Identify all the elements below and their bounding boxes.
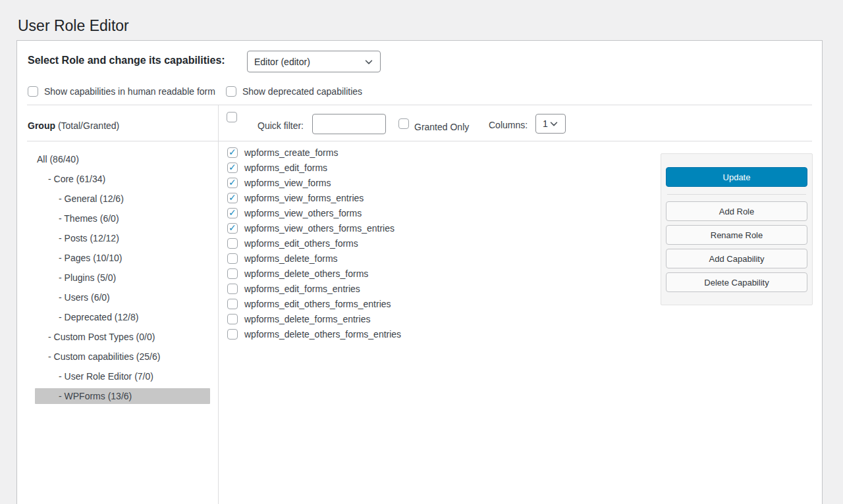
capability-checkbox[interactable] — [227, 163, 238, 173]
human-readable-checkbox[interactable] — [28, 86, 38, 97]
separator — [667, 194, 806, 195]
capability-checkbox[interactable] — [227, 299, 238, 309]
group-tree-item[interactable]: - Pages (10/10) — [35, 248, 210, 268]
capability-row: wpforms_view_forms — [227, 175, 401, 190]
capability-checkbox[interactable] — [227, 147, 238, 158]
group-tree-item[interactable]: - WPForms (13/6) — [35, 388, 210, 404]
role-select[interactable]: Editor (editor) — [247, 51, 381, 72]
group-tree-item[interactable]: - General (12/6) — [35, 189, 210, 209]
page-title: User Role Editor — [18, 17, 129, 35]
capability-checkbox[interactable] — [227, 253, 238, 264]
group-tree-item[interactable]: - Custom Post Types (0/0) — [35, 327, 210, 347]
group-header: Group (Total/Granted) — [28, 120, 119, 131]
capability-row: wpforms_edit_forms — [227, 160, 401, 175]
columns-select[interactable]: 1 — [535, 114, 566, 134]
capability-row: wpforms_view_others_forms — [227, 205, 401, 220]
human-readable-label: Show capabilities in human readable form — [44, 86, 215, 97]
capability-label: wpforms_view_forms — [244, 178, 331, 188]
chevron-down-icon — [364, 57, 373, 66]
group-tree-item[interactable]: - Themes (6/0) — [35, 209, 210, 228]
granted-only-label: Granted Only — [414, 122, 469, 132]
capability-checkbox[interactable] — [227, 208, 238, 218]
rename-role-button[interactable]: Rename Role — [666, 225, 807, 245]
granted-only-checkbox[interactable] — [398, 118, 409, 129]
capability-checkbox[interactable] — [227, 268, 238, 279]
options-row: Show capabilities in human readable form… — [28, 86, 362, 97]
select-role-label: Select Role and change its capabilities: — [28, 55, 225, 66]
quick-filter-input[interactable] — [312, 114, 386, 134]
capability-label: wpforms_view_others_forms — [244, 208, 362, 218]
deprecated-checkbox[interactable] — [226, 86, 236, 97]
capability-row: wpforms_view_forms_entries — [227, 190, 401, 205]
capability-row: wpforms_delete_forms_entries — [227, 311, 401, 326]
deprecated-label: Show deprecated capabilities — [242, 86, 362, 97]
capability-checkbox[interactable] — [227, 329, 238, 340]
capability-label: wpforms_delete_others_forms — [244, 268, 368, 279]
capability-label: wpforms_edit_others_forms_entries — [244, 299, 391, 309]
capability-checkbox[interactable] — [227, 238, 238, 249]
capability-row: wpforms_create_forms — [227, 145, 401, 160]
role-select-value: Editor (editor) — [254, 57, 310, 67]
group-tree-item[interactable]: - Plugins (5/0) — [35, 268, 210, 288]
capability-label: wpforms_create_forms — [244, 147, 338, 158]
actions-card: Update Add Role Rename Role Add Capabili… — [661, 153, 813, 305]
quick-filter-label: Quick filter: — [258, 120, 304, 131]
capability-row: wpforms_edit_others_forms — [227, 236, 401, 251]
capability-checkbox[interactable] — [227, 314, 238, 324]
group-tree-item[interactable]: - Core (61/34) — [35, 169, 210, 189]
capability-label: wpforms_edit_forms_entries — [244, 284, 360, 294]
capability-label: wpforms_view_others_forms_entries — [244, 223, 394, 234]
capability-label: wpforms_delete_forms — [244, 253, 338, 264]
columns-select-value: 1 — [543, 118, 548, 129]
update-button[interactable]: Update — [666, 167, 807, 187]
capability-checkbox[interactable] — [227, 284, 238, 294]
separator — [27, 105, 812, 105]
capability-checkbox[interactable] — [227, 223, 238, 234]
columns-label: Columns: — [489, 120, 528, 130]
delete-capability-button[interactable]: Delete Capability — [666, 272, 807, 292]
capability-row: wpforms_delete_others_forms_entries — [227, 326, 401, 341]
capability-label: wpforms_delete_others_forms_entries — [244, 329, 401, 340]
capability-checkbox[interactable] — [227, 178, 238, 188]
capability-label: wpforms_view_forms_entries — [244, 193, 364, 203]
capability-row: wpforms_edit_forms_entries — [227, 281, 401, 296]
group-tree-item[interactable]: All (86/40) — [35, 149, 210, 169]
capability-label: wpforms_edit_forms — [244, 163, 327, 173]
separator — [27, 141, 812, 141]
group-tree-item[interactable]: - Deprecated (12/8) — [35, 307, 210, 327]
capability-label: wpforms_edit_others_forms — [244, 238, 358, 249]
capability-row: wpforms_view_others_forms_entries — [227, 220, 401, 236]
capabilities-list: wpforms_create_forms wpforms_edit_forms … — [227, 145, 401, 341]
capability-checkbox[interactable] — [227, 193, 238, 203]
group-tree-item[interactable]: - Users (6/0) — [35, 288, 210, 307]
add-capability-button[interactable]: Add Capability — [666, 249, 807, 268]
capability-row: wpforms_delete_forms — [227, 251, 401, 266]
add-role-button[interactable]: Add Role — [666, 201, 807, 221]
capability-row: wpforms_edit_others_forms_entries — [227, 296, 401, 311]
group-tree-item[interactable]: - Posts (12/12) — [35, 228, 210, 248]
group-tree-item[interactable]: - Custom capabilities (25/6) — [35, 347, 210, 366]
chevron-down-icon — [549, 119, 558, 128]
capability-row: wpforms_delete_others_forms — [227, 266, 401, 281]
group-tree-item[interactable]: - User Role Editor (7/0) — [35, 366, 210, 386]
group-tree: All (86/40) - Core (61/34) - General (12… — [35, 149, 210, 406]
capability-label: wpforms_delete_forms_entries — [244, 314, 370, 324]
select-all-checkbox[interactable] — [227, 112, 237, 122]
column-divider — [218, 105, 219, 504]
user-role-editor-panel: Select Role and change its capabilities:… — [16, 40, 823, 504]
